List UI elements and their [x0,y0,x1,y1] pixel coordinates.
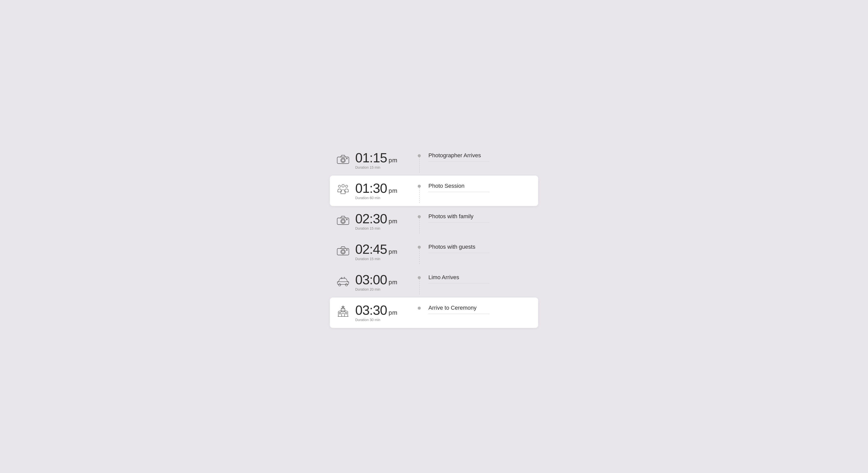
dot-line-photo-session [416,176,422,203]
time-block-photographer-arrives: 01:15 pm Duration 15 min [355,151,397,169]
svg-point-16 [338,284,341,286]
svg-point-8 [341,219,345,224]
timeline-row-photographer-arrives[interactable]: 01:15 pm Duration 15 min Photographer Ar… [335,145,533,176]
event-divider-photographer-arrives [428,161,489,162]
time-block-limo-arrives: 03:00 pm Duration 20 min [355,273,397,291]
dot-line-photos-with-family [416,206,422,233]
connecting-line [419,188,420,203]
timeline-row-photo-session[interactable]: 01:30 pm Duration 60 min Photo Session [330,176,538,206]
svg-point-14 [346,249,347,250]
svg-point-9 [342,220,345,223]
camera-icon [335,243,351,259]
left-section-photos-with-family: 02:30 pm Duration 15 min [335,206,416,236]
svg-rect-22 [339,312,341,314]
svg-point-2 [342,159,345,162]
duration-photo-session: Duration 60 min [355,196,397,200]
time-digits-limo-arrives: 03:00 [355,273,387,286]
dot-line-photos-with-guests [416,236,422,264]
svg-point-10 [346,219,347,220]
left-section-photographer-arrives: 01:15 pm Duration 15 min [335,145,416,176]
car-icon [335,273,351,289]
time-block-photos-with-guests: 02:45 pm Duration 15 min [355,243,397,261]
svg-point-1 [341,158,345,163]
time-digits-photographer-arrives: 01:15 [355,151,387,164]
time-digits-photos-with-family: 02:30 [355,212,387,225]
duration-arrive-to-ceremony: Duration 30 min [355,318,397,322]
church-icon [335,304,351,320]
event-title-arrive-to-ceremony: Arrive to Ceremony [428,305,533,311]
event-title-photo-session: Photo Session [428,183,533,189]
dot-photo-session [418,185,421,188]
connecting-line [419,249,420,264]
svg-point-6 [342,184,344,187]
time-block-photo-session: 01:30 pm Duration 60 min [355,182,397,200]
connecting-line [419,218,420,233]
time-ampm-limo-arrives: pm [389,279,397,286]
svg-rect-20 [341,309,345,312]
time-digits-arrive-to-ceremony: 03:30 [355,304,387,317]
left-section-photo-session: 01:30 pm Duration 60 min [335,176,416,206]
dot-line-arrive-to-ceremony [416,297,422,310]
svg-point-12 [341,249,345,254]
time-ampm-arrive-to-ceremony: pm [389,309,397,316]
timeline-container: 01:15 pm Duration 15 min Photographer Ar… [335,137,533,336]
timeline-row-limo-arrives[interactable]: 03:00 pm Duration 20 min Limo Arrives [335,267,533,297]
event-title-photos-with-family: Photos with family [428,213,533,220]
dot-arrive-to-ceremony [418,307,421,310]
svg-point-13 [342,250,345,253]
camera-icon [335,151,351,167]
time-block-photos-with-family: 02:30 pm Duration 15 min [355,212,397,230]
group-icon [335,182,351,198]
svg-point-4 [338,185,341,187]
event-title-limo-arrives: Limo Arrives [428,274,533,281]
event-divider-arrive-to-ceremony [428,314,489,314]
timeline-row-arrive-to-ceremony[interactable]: 03:30 pm Duration 30 min Arrive to Cerem… [330,297,538,328]
right-section-photo-session: Photo Session [422,176,533,199]
connecting-line [419,279,420,294]
dot-photographer-arrives [418,154,421,157]
left-section-limo-arrives: 03:00 pm Duration 20 min [335,267,416,297]
dot-limo-arrives [418,276,421,279]
duration-photos-with-family: Duration 15 min [355,226,397,230]
right-section-photos-with-family: Photos with family [422,206,533,230]
event-title-photos-with-guests: Photos with guests [428,244,533,250]
left-section-photos-with-guests: 02:45 pm Duration 15 min [335,236,416,267]
timeline-row-photos-with-guests[interactable]: 02:45 pm Duration 15 min Photos with gue… [335,236,533,267]
right-section-limo-arrives: Limo Arrives [422,267,533,291]
svg-rect-23 [345,312,347,314]
dot-photos-with-family [418,215,421,218]
duration-limo-arrives: Duration 20 min [355,287,397,291]
time-ampm-photos-with-guests: pm [389,248,397,255]
camera-icon [335,212,351,228]
dot-line-limo-arrives [416,267,422,294]
event-divider-photos-with-family [428,222,489,223]
duration-photos-with-guests: Duration 15 min [355,257,397,261]
dot-line-photographer-arrives [416,145,422,172]
timeline-row-photos-with-family[interactable]: 02:30 pm Duration 15 min Photos with fam… [335,206,533,236]
time-digits-photo-session: 01:30 [355,182,387,195]
left-section-arrive-to-ceremony: 03:30 pm Duration 30 min [335,297,416,328]
time-digits-photos-with-guests: 02:45 [355,243,387,256]
event-divider-photo-session [428,192,489,192]
right-section-photos-with-guests: Photos with guests [422,236,533,260]
time-ampm-photos-with-family: pm [389,218,397,225]
event-divider-photos-with-guests [428,253,489,253]
event-title-photographer-arrives: Photographer Arrives [428,152,533,159]
time-ampm-photographer-arrives: pm [389,157,397,164]
time-block-arrive-to-ceremony: 03:30 pm Duration 30 min [355,304,397,322]
right-section-photographer-arrives: Photographer Arrives [422,145,533,169]
svg-point-17 [345,284,348,286]
time-ampm-photo-session: pm [389,187,397,194]
svg-point-3 [346,158,347,159]
svg-point-5 [346,185,348,187]
dot-photos-with-guests [418,246,421,249]
duration-photographer-arrives: Duration 15 min [355,165,397,169]
connecting-line [419,157,420,172]
right-section-arrive-to-ceremony: Arrive to Ceremony [422,297,533,321]
